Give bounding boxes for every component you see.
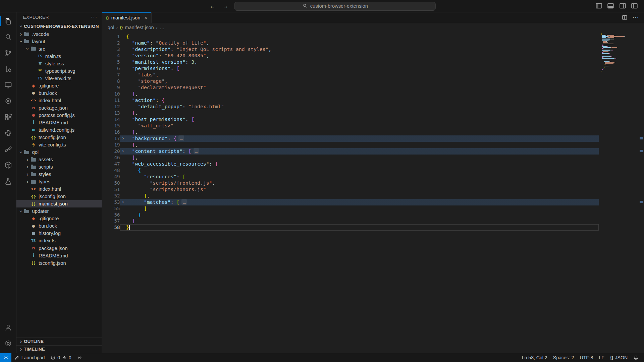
folded-region-ellipsis[interactable]: … bbox=[178, 135, 184, 141]
code-line-47[interactable]: 47"web_accessible_resources": [ bbox=[102, 161, 599, 167]
tree-item-history.log[interactable]: ≡history.log bbox=[16, 230, 102, 237]
code-line-17[interactable]: 17›"background": {… bbox=[102, 135, 599, 142]
tree-item-README.md[interactable]: iREADME.md bbox=[16, 119, 102, 126]
minimap[interactable] bbox=[601, 34, 638, 353]
problems-status[interactable]: 0 0 bbox=[48, 353, 74, 362]
forward-button[interactable]: → bbox=[221, 3, 229, 10]
breadcrumb-folder[interactable]: qol bbox=[108, 25, 114, 30]
tree-item-styles[interactable]: ›styles bbox=[16, 171, 102, 178]
tree-item-updater[interactable]: ›updater bbox=[16, 207, 102, 215]
activity-explorer[interactable] bbox=[0, 13, 16, 29]
tree-item-tsconfig.json[interactable]: {}tsconfig.json bbox=[16, 134, 102, 141]
activity-puzzle[interactable] bbox=[0, 125, 16, 141]
language-status[interactable]: {} JSON bbox=[607, 353, 631, 362]
tree-item-.vscode[interactable]: ›.vscode bbox=[16, 31, 102, 38]
toggle-panel-button[interactable] bbox=[606, 1, 615, 10]
accounts-button[interactable] bbox=[0, 319, 16, 336]
code-line-19[interactable]: 19}, bbox=[102, 142, 599, 148]
tree-item-vite-env.d.ts[interactable]: TSvite-env.d.ts bbox=[16, 75, 102, 82]
tree-item-src[interactable]: ›src bbox=[16, 45, 102, 53]
code-line-1[interactable]: 1{ bbox=[102, 34, 599, 40]
breadcrumb-file[interactable]: manifest.json bbox=[125, 25, 154, 30]
outline-section[interactable]: › OUTLINE bbox=[16, 338, 102, 345]
tree-item-bun.lock[interactable]: ●bun.lock bbox=[16, 222, 102, 230]
tree-item-package.json[interactable]: npackage.json bbox=[16, 104, 102, 112]
code-line-7[interactable]: 7"tabs", bbox=[102, 72, 599, 78]
tree-item-index.html[interactable]: <>index.html bbox=[16, 185, 102, 193]
code-line-51[interactable]: 51"scripts/honors.js" bbox=[102, 186, 599, 193]
code-line-57[interactable]: 57] bbox=[102, 218, 599, 224]
code-line-16[interactable]: 16], bbox=[102, 129, 599, 135]
tree-item-layout[interactable]: ›layout bbox=[16, 38, 102, 45]
code-line-8[interactable]: 8"storage", bbox=[102, 78, 599, 84]
tree-item-qol[interactable]: ›qol bbox=[16, 148, 102, 156]
overview-ruler[interactable] bbox=[638, 32, 644, 353]
tree-item-tailwind.config.js[interactable]: ≈tailwind.config.js bbox=[16, 126, 102, 134]
editor-more-actions-icon[interactable]: ··· bbox=[633, 14, 639, 20]
tree-item-assets[interactable]: ›assets bbox=[16, 156, 102, 163]
tree-item-index.ts[interactable]: TSindex.ts bbox=[16, 237, 102, 244]
tree-item-manifest.json[interactable]: {}manifest.json bbox=[16, 200, 102, 207]
code-line-12[interactable]: 12"default_popup": "index.html" bbox=[102, 104, 599, 110]
code-line-55[interactable]: 55] bbox=[102, 205, 599, 212]
command-center-search[interactable]: custom-browser-extension bbox=[234, 2, 436, 11]
customize-layout-button[interactable] bbox=[630, 1, 639, 10]
activity-link[interactable] bbox=[0, 141, 16, 157]
code-line-4[interactable]: 4"version": "69.420.80085", bbox=[102, 53, 599, 59]
activity-package[interactable] bbox=[0, 157, 16, 173]
fold-collapsed-icon[interactable]: › bbox=[120, 148, 126, 155]
explorer-actions-icon[interactable]: ··· bbox=[91, 14, 98, 20]
code-line-11[interactable]: 11"action": { bbox=[102, 97, 599, 104]
activity-remote-explorer[interactable] bbox=[0, 77, 16, 93]
breadcrumb-symbol[interactable]: … bbox=[160, 25, 165, 30]
activity-targets[interactable] bbox=[0, 93, 16, 109]
code-line-53[interactable]: 53›"matches": [… bbox=[102, 199, 599, 205]
code-line-2[interactable]: 2"name": "Quality of Life", bbox=[102, 40, 599, 46]
encoding-status[interactable]: UTF-8 bbox=[577, 353, 596, 362]
activity-extensions[interactable] bbox=[0, 109, 16, 125]
tree-item-bun.lock[interactable]: ●bun.lock bbox=[16, 89, 102, 97]
activity-search[interactable] bbox=[0, 29, 16, 45]
code-line-14[interactable]: 14"host_permissions": [ bbox=[102, 116, 599, 123]
code-line-15[interactable]: 15"<all_urls>" bbox=[102, 123, 599, 129]
launchpad-status[interactable]: Launchpad bbox=[11, 353, 48, 362]
code-line-3[interactable]: 3"description": "Inject QoL scripts and … bbox=[102, 46, 599, 53]
activity-testing[interactable] bbox=[0, 173, 16, 189]
tree-item-style.css[interactable]: #style.css bbox=[16, 60, 102, 67]
code-line-58[interactable]: 58} bbox=[102, 224, 599, 231]
settings-button[interactable] bbox=[0, 335, 16, 351]
code-line-52[interactable]: 52], bbox=[102, 193, 599, 199]
code-line-50[interactable]: 50"scripts/frontend.js", bbox=[102, 180, 599, 186]
tab-manifest-json[interactable]: {} manifest.json × bbox=[102, 12, 152, 23]
code-line-10[interactable]: 10], bbox=[102, 91, 599, 97]
tree-item-jsconfig.json[interactable]: {}jsconfig.json bbox=[16, 193, 102, 200]
folded-region-ellipsis[interactable]: … bbox=[194, 148, 199, 154]
code-line-48[interactable]: 48{ bbox=[102, 167, 599, 174]
code-line-6[interactable]: 6"permissions": [ bbox=[102, 65, 599, 72]
activity-source-control[interactable] bbox=[0, 45, 16, 61]
tree-item-.gitignore[interactable]: ◆.gitignore bbox=[16, 82, 102, 89]
fold-collapsed-icon[interactable]: › bbox=[120, 135, 126, 142]
code-line-5[interactable]: 5"manifest_version": 3, bbox=[102, 59, 599, 65]
eol-status[interactable]: LF bbox=[596, 353, 607, 362]
code-line-13[interactable]: 13}, bbox=[102, 110, 599, 116]
tree-item-index.html[interactable]: <>index.html bbox=[16, 97, 102, 104]
toggle-sidebar-left-button[interactable] bbox=[594, 1, 603, 10]
tree-item-.gitignore[interactable]: ◆.gitignore bbox=[16, 215, 102, 222]
tree-item-types[interactable]: ›types bbox=[16, 178, 102, 185]
project-root-folder[interactable]: › CUSTOM-BROWSER-EXTENSION bbox=[16, 22, 102, 30]
cursor-position-status[interactable]: Ln 58, Col 2 bbox=[519, 353, 550, 362]
tree-item-main.ts[interactable]: TSmain.ts bbox=[16, 53, 102, 60]
code-line-56[interactable]: 56} bbox=[102, 212, 599, 218]
tree-item-tsconfig.json[interactable]: {}tsconfig.json bbox=[16, 259, 102, 267]
back-button[interactable]: ← bbox=[208, 3, 216, 10]
fold-collapsed-icon[interactable]: › bbox=[120, 199, 126, 205]
split-editor-icon[interactable] bbox=[622, 14, 628, 20]
activity-run-debug[interactable] bbox=[0, 61, 16, 77]
code-line-46[interactable]: 46], bbox=[102, 155, 599, 161]
folded-region-ellipsis[interactable]: … bbox=[181, 199, 187, 205]
tree-item-package.json[interactable]: npackage.json bbox=[16, 245, 102, 252]
code-editor[interactable]: 1{2"name": "Quality of Life",3"descripti… bbox=[102, 32, 644, 353]
tree-item-typescript.svg[interactable]: *typescript.svg bbox=[16, 67, 102, 75]
tree-item-scripts[interactable]: ›scripts bbox=[16, 163, 102, 171]
